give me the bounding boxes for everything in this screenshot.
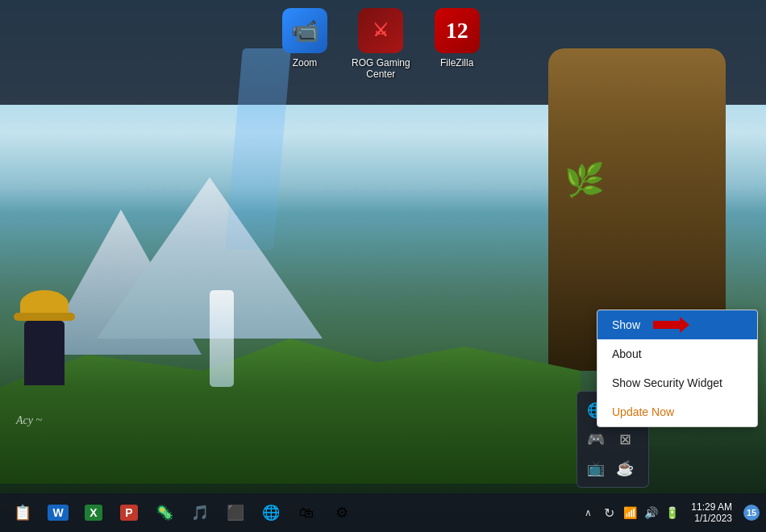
context-menu-show-security[interactable]: Show Security Widget [597, 368, 757, 397]
taskbar-powerpoint[interactable]: P [113, 497, 145, 529]
tray-battery[interactable]: 🔋 [664, 505, 680, 521]
tray-popup-media[interactable]: 📺 [584, 456, 608, 480]
clock-date: 1/1/2023 [694, 513, 732, 524]
show-security-label: Show Security Widget [612, 376, 722, 389]
context-menu: Show About Show Security Widget Update N… [597, 310, 758, 427]
clock[interactable]: 11:29 AM 1/1/2023 [686, 501, 737, 524]
show-label: Show [612, 318, 640, 331]
taskbar: 📋 W X P 🦠 🎵 ⬛ 🌐 🛍 [0, 493, 766, 532]
tray-chevron[interactable]: ∧ [580, 505, 596, 521]
rog-icon[interactable]: ⚔ [358, 8, 403, 53]
red-arrow-indicator [653, 321, 681, 329]
app-filezilla[interactable]: 12 FileZilla [435, 8, 480, 69]
context-menu-update-now[interactable]: Update Now [597, 397, 757, 426]
wallpaper-signature: Acy ~ [16, 414, 42, 427]
desktop-apps-area: 📹 Zoom ⚔ ROG GamingCenter 12 FileZilla [266, 0, 496, 89]
tray-popup-coffee[interactable]: ☕ [613, 456, 637, 480]
taskbar-rog[interactable]: ⬛ [219, 497, 252, 529]
taskbar-right: ∧ ↻ 📶 🔊 🔋 11:29 AM 1/1/2023 15 [580, 501, 766, 524]
context-menu-show[interactable]: Show [597, 310, 757, 339]
tray-wifi[interactable]: 📶 [622, 505, 638, 521]
app-rog[interactable]: ⚔ ROG GamingCenter [352, 8, 410, 81]
tray-popup-pattern[interactable]: ⊠ [613, 427, 637, 451]
zoom-icon[interactable]: 📹 [282, 8, 327, 53]
update-now-label: Update Now [612, 405, 674, 418]
tray-refresh[interactable]: ↻ [601, 505, 617, 521]
tray-volume[interactable]: 🔊 [643, 505, 659, 521]
about-label: About [612, 347, 642, 360]
waterfall [210, 290, 234, 387]
taskbar-settings[interactable]: ⚙ [326, 497, 358, 529]
filezilla-label: FileZilla [440, 57, 473, 69]
taskbar-browser[interactable]: 🌐 [255, 497, 287, 529]
rog-label: ROG GamingCenter [352, 57, 410, 81]
taskbar-word[interactable]: W [42, 497, 74, 529]
taskbar-antivirus[interactable]: 🦠 [148, 497, 181, 529]
taskbar-music[interactable]: 🎵 [184, 497, 216, 529]
character-silhouette [12, 290, 77, 435]
taskbar-store[interactable]: 🛍 [290, 497, 323, 529]
taskbar-notes[interactable]: 📋 [6, 497, 39, 529]
system-tray: ∧ ↻ 📶 🔊 🔋 [580, 505, 680, 521]
plant-decoration: 🌿 [564, 161, 605, 199]
taskbar-apps: 📋 W X P 🦠 🎵 ⬛ 🌐 🛍 [0, 497, 364, 529]
hat-brim [14, 313, 75, 321]
zoom-label: Zoom [293, 57, 318, 69]
desktop: 🌿 Acy ~ 📹 Zoom ⚔ ROG GamingCenter 12 Fil… [0, 0, 766, 532]
clock-time: 11:29 AM [691, 501, 732, 513]
taskbar-excel[interactable]: X [77, 497, 110, 529]
notification-badge[interactable]: 15 [743, 505, 760, 521]
context-menu-about[interactable]: About [597, 339, 757, 368]
filezilla-icon[interactable]: 12 [435, 8, 480, 53]
tray-popup-rog[interactable]: 🎮 [584, 427, 608, 451]
body [24, 321, 65, 385]
app-zoom[interactable]: 📹 Zoom [282, 8, 327, 69]
